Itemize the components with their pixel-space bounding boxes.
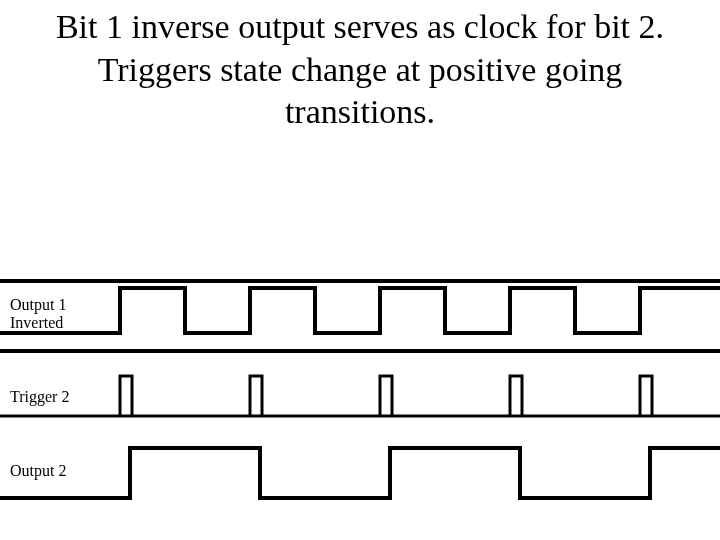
label-output2: Output 2 xyxy=(10,462,66,480)
slide-title: Bit 1 inverse output serves as clock for… xyxy=(20,6,700,134)
svg-rect-1 xyxy=(0,349,720,353)
label-output1-inverted-line1: Output 1 xyxy=(10,296,66,313)
waveform-output2 xyxy=(0,430,720,510)
label-output1-inverted-line2: Inverted xyxy=(10,314,63,331)
band-bottom xyxy=(0,344,720,358)
label-output1-inverted: Output 1 Inverted xyxy=(10,296,66,333)
label-trigger2: Trigger 2 xyxy=(10,388,69,406)
waveform-trigger2 xyxy=(0,368,720,428)
slide: Bit 1 inverse output serves as clock for… xyxy=(0,0,720,540)
waveform-output1-inverted xyxy=(0,278,720,348)
